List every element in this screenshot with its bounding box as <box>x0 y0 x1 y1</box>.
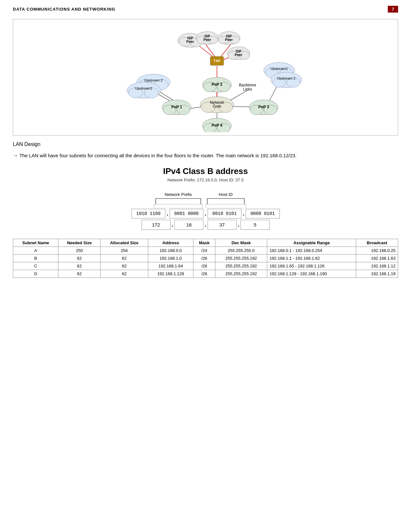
lan-paragraph-text: The LAN will have four subnets for conne… <box>19 153 297 158</box>
cell-address: 192.168.1.64 <box>148 262 193 270</box>
subnet-table-container: Subnet Name Needed Size Allocated Size A… <box>13 239 398 278</box>
svg-rect-83 <box>206 204 246 208</box>
svg-text:Core: Core <box>212 104 221 109</box>
dot-sep-3: . <box>241 210 246 217</box>
dot-sep-6: . <box>237 221 241 228</box>
lan-paragraph: → The LAN will have four subnets for con… <box>13 151 398 160</box>
col-header-subnet: Subnet Name <box>13 239 58 247</box>
cell-broadcast: 192.168.1.63 <box>356 255 398 262</box>
cell-broadcast: 192.168.0.25 <box>356 247 398 255</box>
svg-text:Peer: Peer <box>235 53 243 57</box>
svg-text:PoP 3: PoP 3 <box>258 105 269 109</box>
cell-subnet-name: C <box>13 262 58 270</box>
col-header-allocated: Allocated Size <box>101 239 148 247</box>
network-diagram-box: ISP Peer ISP Peer ISP Peer <box>13 19 398 136</box>
col-header-decmask: Dec Mask <box>215 239 267 247</box>
bin-cell-2: 0001 0000 <box>170 209 204 218</box>
bin-cell-3: 0010 0101 <box>208 209 242 218</box>
upstream1-left-node: Upstream1 <box>127 82 161 98</box>
page-number: 7 <box>388 6 398 13</box>
cell-assignable: 192.168.0.1 - 192.168.0.254 <box>267 247 356 255</box>
svg-line-1 <box>205 44 215 57</box>
isp-peer-node-2: ISP Peer <box>196 32 219 44</box>
cell-subnet-name: A <box>13 247 58 255</box>
dec-cell-2: 16 <box>174 220 203 230</box>
table-row: C 62 62 192.168.1.64 /26 255.255.255.192… <box>13 262 398 270</box>
cell-address: 192.168.0.0 <box>148 247 193 255</box>
cell-decmask: 255.255.255.0 <box>215 247 267 255</box>
svg-text:Peer: Peer <box>203 38 211 42</box>
page-header: DATA COMMUNICATIONS AND NETWORKING 7 <box>0 0 411 16</box>
col-header-broadcast: Broadcast <box>356 239 398 247</box>
svg-text:Peer: Peer <box>186 40 194 44</box>
dot-sep-4: . <box>171 221 175 228</box>
decimal-row: 172 . 16 . 37 . 5 <box>142 220 270 230</box>
cell-needed: 62 <box>58 270 101 278</box>
dot-sep-2: . <box>203 210 208 217</box>
svg-text:Backbone: Backbone <box>239 83 256 87</box>
subnet-table: Subnet Name Needed Size Allocated Size A… <box>13 239 398 278</box>
svg-text:Upstream 2: Upstream 2 <box>144 78 162 82</box>
svg-text:Upstream1: Upstream1 <box>135 86 152 90</box>
network-diagram: ISP Peer ISP Peer ISP Peer <box>16 23 395 132</box>
cell-needed: 62 <box>58 262 101 270</box>
cell-decmask: 255.255.255.192 <box>215 262 267 270</box>
bin-cell-1: 1010 1100 <box>132 209 166 218</box>
svg-text:PoP 1: PoP 1 <box>171 105 182 109</box>
cell-mask: /26 <box>193 255 215 262</box>
network-core-node: Network Core <box>200 97 234 113</box>
pop2-node: PoP 2 <box>202 77 231 92</box>
cell-address: 192.168.1.0 <box>148 255 193 262</box>
svg-line-8 <box>228 90 248 102</box>
svg-text:PoP 2: PoP 2 <box>211 82 222 87</box>
col-header-assignable: Assignable Range <box>267 239 356 247</box>
lan-title: LAN Design <box>13 141 398 147</box>
prefix-hostid-labels-svg: Network Prefix Host ID <box>122 189 289 208</box>
main-content: ISP Peer ISP Peer ISP Peer <box>0 16 411 287</box>
cell-needed: 62 <box>58 255 101 262</box>
arrow-right-icon: → <box>13 153 18 158</box>
cell-subnet-name: B <box>13 255 58 262</box>
dot-sep-1: . <box>165 210 170 217</box>
svg-text:Upstream1: Upstream1 <box>270 67 288 71</box>
cell-mask: /24 <box>193 247 215 255</box>
cell-subnet-name: D <box>13 270 58 278</box>
pop4-node: PoP 4 <box>202 118 231 132</box>
cell-assignable: 192.168.1.65 - 192.168.1.126 <box>267 262 356 270</box>
cell-allocated: 62 <box>101 255 148 262</box>
cell-allocated: 62 <box>101 270 148 278</box>
page-title: DATA COMMUNICATIONS AND NETWORKING <box>13 7 115 12</box>
lan-section: LAN Design → The LAN will have four subn… <box>13 141 398 278</box>
col-header-mask: Mask <box>193 239 215 247</box>
ipv4-subtitle: Network Prefix: 172.16.0.0, Host ID: 37.… <box>167 178 243 182</box>
cell-broadcast: 192.168.1.19 <box>356 270 398 278</box>
col-header-needed: Needed Size <box>58 239 101 247</box>
bin-cell-4: 0000 0101 <box>246 209 280 218</box>
col-header-address: Address <box>148 239 193 247</box>
svg-rect-82 <box>154 204 202 208</box>
cell-decmask: 255.255.255.192 <box>215 255 267 262</box>
cell-decmask: 255.255.255.192 <box>215 270 267 278</box>
svg-text:Links: Links <box>243 87 252 92</box>
dec-cell-3: 37 <box>208 220 237 230</box>
pop1-node: PoP 1 <box>162 100 191 115</box>
svg-text:Upstream 2: Upstream 2 <box>277 76 295 80</box>
txp-node: TXP <box>210 56 224 65</box>
table-row: A 250 254 192.168.0.0 /24 255.255.255.0 … <box>13 247 398 255</box>
backbone-label: Backbone Links <box>239 83 256 92</box>
binary-row: 1010 1100 . 0001 0000 . 0010 0101 . 0000… <box>132 209 280 218</box>
cell-assignable: 192.168.1.1 - 192.168.1.62 <box>267 255 356 262</box>
cell-address: 192.168.1.128 <box>148 270 193 278</box>
cell-broadcast: 192.168.1.12 <box>356 262 398 270</box>
table-row: D 62 62 192.168.1.128 /26 255.255.255.19… <box>13 270 398 278</box>
table-row: B 62 62 192.168.1.0 /26 255.255.255.192 … <box>13 255 398 262</box>
dot-sep-5: . <box>203 221 208 228</box>
svg-text:Host ID: Host ID <box>219 192 232 197</box>
cell-allocated: 62 <box>101 262 148 270</box>
dec-cell-1: 172 <box>142 220 171 230</box>
cell-allocated: 254 <box>101 247 148 255</box>
isp-peer-node-3: ISP Peer <box>218 32 240 44</box>
ipv4-title: IPv4 Class B address <box>163 166 248 176</box>
cell-assignable: 192.168.1.129 - 192.168.1.190 <box>267 270 356 278</box>
cell-mask: /26 <box>193 270 215 278</box>
